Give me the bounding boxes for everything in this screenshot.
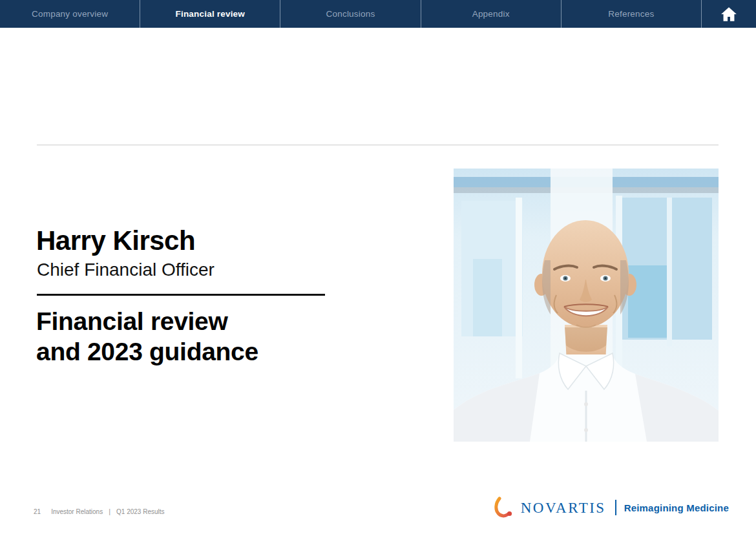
footer-context: Q1 2023 Results [116, 508, 165, 515]
speaker-portrait-illustration [454, 169, 719, 442]
footer-separator: | [109, 508, 110, 515]
tab-financial-review[interactable]: Financial review [140, 0, 280, 28]
novartis-logo: NOVARTIS Reimagining Medicine [494, 495, 729, 520]
speaker-photo [454, 169, 719, 442]
tab-appendix[interactable]: Appendix [421, 0, 562, 28]
speaker-title: Chief Financial Officer [37, 260, 215, 280]
tab-label: References [608, 9, 654, 19]
slide-nav-bar: Company overview Financial review Conclu… [0, 0, 756, 28]
logo-divider [615, 500, 616, 515]
tab-label: Appendix [472, 9, 510, 19]
top-divider [37, 145, 719, 145]
tab-label: Company overview [32, 9, 108, 19]
slide-title-line2: and 2023 guidance [36, 338, 258, 365]
slide-title: Financial review and 2023 guidance [36, 306, 258, 367]
page-number: 21 [34, 508, 41, 515]
speaker-name: Harry Kirsch [36, 226, 195, 256]
home-button[interactable] [702, 0, 756, 28]
title-underline [37, 294, 325, 296]
home-icon [720, 6, 737, 22]
novartis-wordmark: NOVARTIS [521, 500, 606, 515]
tab-label: Conclusions [326, 9, 375, 19]
tab-references[interactable]: References [562, 0, 702, 28]
tab-conclusions[interactable]: Conclusions [280, 0, 421, 28]
novartis-flame-icon [494, 497, 513, 519]
footer-label: Investor Relations [51, 508, 103, 515]
tab-label: Financial review [176, 9, 246, 19]
slide-title-line1: Financial review [36, 307, 228, 335]
footer-info: 21 Investor Relations | Q1 2023 Results [34, 508, 165, 515]
tab-company-overview[interactable]: Company overview [0, 0, 140, 28]
brand-tagline: Reimagining Medicine [624, 502, 729, 513]
